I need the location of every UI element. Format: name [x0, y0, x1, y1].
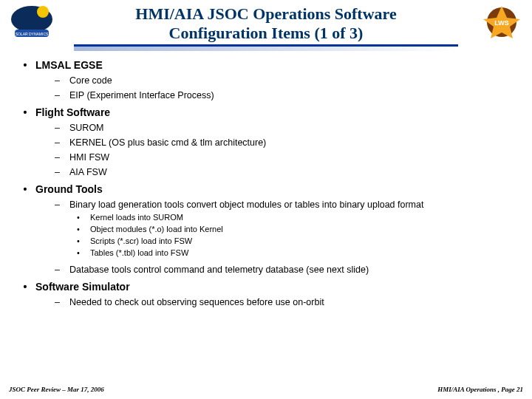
section-label: LMSAL EGSE: [35, 59, 103, 71]
outline-lv2: –Needed to check out observing sequences…: [55, 297, 517, 307]
lv2-label: EIP (Experiment Interface Process): [69, 90, 214, 100]
outline-section: •Software Simulator–Needed to check out …: [15, 281, 517, 307]
lv2-label: Database tools control command and telem…: [69, 265, 369, 275]
outline-lv2-item: –Database tools control command and tele…: [55, 265, 517, 275]
outline-lv2: –Binary load generation tools convert ob…: [55, 200, 517, 275]
lv3-label: Object modules (*.o) load into Kernel: [90, 225, 223, 233]
section-label: Ground Tools: [35, 183, 103, 195]
outline-lv2-item: –Needed to check out observing sequences…: [55, 297, 517, 307]
dot-icon: •: [77, 225, 90, 233]
outline-section: •LMSAL EGSE–Core code–EIP (Experiment In…: [15, 59, 517, 100]
lws-logo-icon: LWS: [477, 3, 526, 41]
section-label: Software Simulator: [35, 281, 130, 293]
dash-icon: –: [55, 200, 69, 210]
lv2-label: Binary load generation tools convert obj…: [69, 200, 423, 210]
dot-icon: •: [77, 236, 90, 245]
outline-lv2-item: –HMI FSW: [55, 152, 517, 163]
lv2-label: KERNEL (OS plus basic cmd & tlm architec…: [69, 137, 266, 148]
outline-section: •Ground Tools–Binary load generation too…: [15, 183, 517, 275]
bullet-icon: •: [15, 281, 35, 293]
dash-icon: –: [55, 265, 69, 275]
outline-lv3-item: •Kernel loads into SUROM: [77, 213, 517, 222]
dash-icon: –: [55, 123, 69, 133]
slide-body: •LMSAL EGSE–Core code–EIP (Experiment In…: [15, 59, 517, 313]
outline-lv3: •Kernel loads into SUROM•Object modules …: [77, 213, 517, 257]
footer-right: HMI/AIA Operations , Page 21: [437, 386, 523, 393]
outline-lv2-item: –SUROM: [55, 123, 517, 133]
lv3-label: Kernel loads into SUROM: [90, 213, 183, 222]
footer-left: JSOC Peer Review – Mar 17, 2006: [9, 386, 104, 393]
dash-icon: –: [55, 167, 69, 177]
outline-lv3-item: •Scripts (*.scr) load into FSW: [77, 236, 517, 245]
outline-section: •Flight Software–SUROM–KERNEL (OS plus b…: [15, 106, 517, 177]
outline-lv2-item: –Binary load generation tools convert ob…: [55, 200, 517, 260]
section-label: Flight Software: [35, 106, 110, 118]
outline-lv2-item: –EIP (Experiment Interface Process): [55, 90, 517, 100]
bullet-icon: •: [15, 106, 35, 118]
dot-icon: •: [77, 248, 90, 257]
outline-lv3-item: •Tables (*.tbl) load into FSW: [77, 248, 517, 257]
section-row: •Software Simulator: [15, 281, 517, 293]
lv3-label: Tables (*.tbl) load into FSW: [90, 248, 188, 257]
dash-icon: –: [55, 75, 69, 86]
lv2-label: Needed to check out observing sequences …: [69, 297, 324, 307]
bullet-icon: •: [15, 59, 35, 71]
outline-root: •LMSAL EGSE–Core code–EIP (Experiment In…: [15, 59, 517, 307]
svg-text:SOLAR DYNAMICS: SOLAR DYNAMICS: [16, 32, 49, 36]
dash-icon: –: [55, 152, 69, 163]
lv2-label: HMI FSW: [69, 152, 109, 163]
section-row: •Flight Software: [15, 106, 517, 118]
title-line-2: Configuration Items (1 of 3): [74, 24, 458, 43]
title-block: HMI/AIA JSOC Operations Software Configu…: [74, 4, 458, 51]
slide-header: SOLAR DYNAMICS LWS HMI/AIA JSOC Operatio…: [0, 0, 532, 52]
outline-lv2-item: –Core code: [55, 75, 517, 86]
svg-point-1: [37, 6, 49, 18]
lv3-label: Scripts (*.scr) load into FSW: [90, 236, 192, 245]
outline-lv2: –Core code–EIP (Experiment Interface Pro…: [55, 75, 517, 100]
dash-icon: –: [55, 297, 69, 307]
outline-lv2-item: –AIA FSW: [55, 167, 517, 177]
title-shadow: [74, 47, 458, 51]
outline-lv2: –SUROM–KERNEL (OS plus basic cmd & tlm a…: [55, 123, 517, 177]
dash-icon: –: [55, 90, 69, 100]
lv2-label: Core code: [69, 75, 112, 86]
lv2-label: SUROM: [69, 123, 104, 133]
lv2-label: AIA FSW: [69, 167, 107, 177]
bullet-icon: •: [15, 183, 35, 195]
section-row: •Ground Tools: [15, 183, 517, 195]
outline-lv2-item: –KERNEL (OS plus basic cmd & tlm archite…: [55, 137, 517, 148]
sdo-logo-icon: SOLAR DYNAMICS: [7, 3, 56, 41]
outline-lv3-item: •Object modules (*.o) load into Kernel: [77, 225, 517, 233]
dash-icon: –: [55, 137, 69, 148]
dot-icon: •: [77, 213, 90, 222]
svg-text:LWS: LWS: [494, 19, 509, 27]
title-line-1: HMI/AIA JSOC Operations Software: [74, 4, 458, 24]
section-row: •LMSAL EGSE: [15, 59, 517, 71]
